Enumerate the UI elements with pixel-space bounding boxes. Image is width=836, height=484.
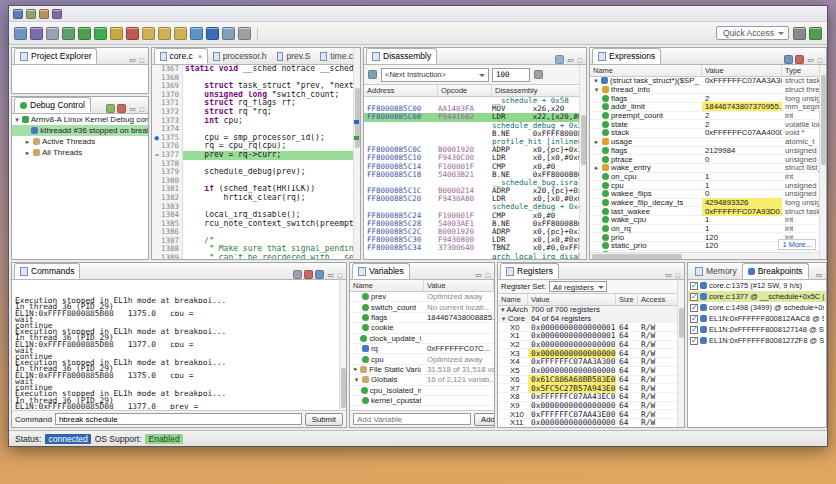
- scroll-thumb[interactable]: [341, 368, 346, 408]
- disassembly-row[interactable]: schedule_debug + 0x40 [inlined]: [364, 203, 579, 211]
- breakpoint-marker-icon[interactable]: [152, 134, 161, 143]
- toolbar-icon[interactable]: [158, 27, 171, 40]
- commands-scrollbar[interactable]: [339, 280, 346, 410]
- code-line[interactable]: 1386: [152, 228, 353, 237]
- code-line[interactable]: 1389 * can't be reordered with __set_cur…: [152, 254, 353, 259]
- disassembly-row[interactable]: FF8000885C30 F9430800 LDR x0,[x0,#0x610]: [364, 236, 579, 244]
- tab-variables[interactable]: Variables: [352, 263, 410, 279]
- editor-body[interactable]: 1367 static void __sched notrace __sched…: [152, 65, 353, 259]
- minimize-icon[interactable]: ▭: [129, 56, 136, 64]
- variable-row[interactable]: prev Optimized away: [350, 292, 494, 302]
- variable-row[interactable]: switch_count No current locati...: [350, 302, 494, 312]
- code-line[interactable]: 1385 rcu_note_context_switch(preempt);: [152, 220, 353, 229]
- disassembly-row[interactable]: FF8000885C0C B0001920 ADRP x0,{pc}+0x323…: [364, 146, 579, 154]
- maximize-icon[interactable]: □: [818, 57, 822, 64]
- expressions-scrollbar[interactable]: [819, 65, 826, 259]
- add-variable-input[interactable]: [353, 413, 471, 425]
- expander-icon[interactable]: ▸: [24, 149, 31, 157]
- command-log[interactable]: Execution stopped in EL1h mode at breakp…: [15, 297, 338, 409]
- terminate-icon[interactable]: [117, 104, 126, 113]
- code-line[interactable]: 1373 int cpu;: [152, 117, 353, 126]
- debug-tree-row[interactable]: ▾ Armv8-A Linux Kernel Debug connected: [12, 114, 148, 125]
- history-icon[interactable]: [368, 70, 377, 79]
- maximize-icon[interactable]: □: [676, 272, 680, 279]
- variable-row[interactable]: rq 0xFFFFFFC07C...: [350, 344, 494, 354]
- remove-expression-icon[interactable]: [795, 55, 804, 64]
- toolbar-icon[interactable]: [190, 27, 203, 40]
- expander-icon[interactable]: ▾: [14, 116, 20, 124]
- code-line[interactable]: 1371 struct rq_flags rf;: [152, 99, 353, 108]
- tab-expressions[interactable]: Expressions: [592, 48, 661, 64]
- perspective-icon[interactable]: [793, 27, 806, 40]
- code-line[interactable]: 1368: [152, 74, 353, 83]
- expander-icon[interactable]: ▾: [501, 306, 505, 314]
- tab-project-explorer[interactable]: Project Explorer: [14, 48, 97, 64]
- code-line[interactable]: 1372 struct rq *rq;: [152, 108, 353, 117]
- tab-commands[interactable]: Commands: [14, 263, 80, 279]
- clear-log-icon[interactable]: [304, 270, 313, 279]
- expander-icon[interactable]: ▾: [593, 77, 599, 85]
- disassembly-row[interactable]: FF8000885C1C B0000214 ADRP x20,{pc}+0x40…: [364, 187, 579, 195]
- variable-row[interactable]: flags 184467438008885...: [350, 313, 494, 323]
- tab-processor-h[interactable]: processor.h: [208, 48, 271, 64]
- tab-memory[interactable]: Memory: [690, 263, 742, 279]
- scroll-lock-icon[interactable]: [315, 270, 324, 279]
- disassembly-row[interactable]: __schedule + 0x58: [364, 97, 579, 105]
- disassembly-row[interactable]: FF8000885C34 37300640 TBNZ x0,#0,0xFFFF8…: [364, 244, 579, 252]
- maximize-icon[interactable]: □: [578, 57, 582, 64]
- disassembly-row[interactable]: FF8000885C10 F9430C00 LDR x0,[x0,#0x60c]: [364, 154, 579, 162]
- tab-debug-control[interactable]: Debug Control: [14, 97, 91, 113]
- minimize-icon[interactable]: ▭: [129, 105, 136, 113]
- titlebar-icon[interactable]: [52, 9, 62, 19]
- code-line[interactable]: 1370 unsigned long *switch_count;: [152, 91, 353, 100]
- add-expression-icon[interactable]: [784, 55, 793, 64]
- titlebar-icon[interactable]: [39, 9, 49, 19]
- titlebar-icon[interactable]: [13, 9, 23, 19]
- minimize-icon[interactable]: ▭: [807, 56, 814, 64]
- scroll-thumb[interactable]: [821, 75, 826, 165]
- minimize-icon[interactable]: ▭: [815, 271, 822, 279]
- scroll-thumb[interactable]: [581, 115, 586, 165]
- instruction-count-input[interactable]: [492, 68, 530, 82]
- code-line[interactable]: 1376 rq = cpu_rq(cpu);: [152, 142, 353, 151]
- variable-row[interactable]: ▸ File Static Variables 31,518 of 31,518…: [350, 365, 494, 375]
- expander-icon[interactable]: ▾: [353, 376, 360, 384]
- minimize-icon[interactable]: ▭: [327, 271, 334, 279]
- more-link[interactable]: 1 More...: [778, 239, 816, 250]
- toolbar-icon[interactable]: [142, 27, 155, 40]
- disassembly-row[interactable]: profile_hit [inlined]: [364, 138, 579, 146]
- toolbar-icon[interactable]: [62, 27, 75, 40]
- code-line[interactable]: 1374: [152, 125, 353, 134]
- code-line[interactable]: 1384 local_irq_disable();: [152, 211, 353, 220]
- scroll-thumb[interactable]: [679, 308, 684, 338]
- breakpoint-row[interactable]: core.c:1375 (#12 SW, 9 h/s): [688, 280, 826, 291]
- debug-tree-row[interactable]: ▸ All Threads: [12, 147, 148, 158]
- toolbar-icon[interactable]: [110, 27, 123, 40]
- maximize-icon[interactable]: □: [140, 57, 144, 64]
- code-line[interactable]: 1383: [152, 203, 353, 212]
- export-log-icon[interactable]: [293, 270, 302, 279]
- disassembly-row[interactable]: FF8000885C18 54003B21 B.NE 0xFF800088626…: [364, 171, 579, 179]
- disassembly-row[interactable]: FF8000885C00 AA1403FA MOV x26,x20: [364, 105, 579, 113]
- expressions-hscrollbar[interactable]: [590, 252, 819, 259]
- code-line[interactable]: 1380: [152, 177, 353, 186]
- breakpoint-checkbox[interactable]: [690, 282, 698, 290]
- code-line[interactable]: 1387 /*: [152, 237, 353, 246]
- toolbar-icon[interactable]: [126, 27, 139, 40]
- disassembly-row[interactable]: arch_local_irq_disable [inlined]: [364, 253, 579, 259]
- disassembly-row[interactable]: B.NE 0xFFFF8000886248: [364, 130, 579, 138]
- disassembly-scrollbar[interactable]: [579, 65, 586, 259]
- disassembly-row[interactable]: schedule_debug + 0x24 [inlined]: [364, 122, 579, 130]
- breakpoint-row[interactable]: core.c:1377 @ __schedule+0x5C (A64) [#14…: [688, 291, 826, 302]
- quick-access-button[interactable]: Quick Access: [716, 26, 789, 40]
- editor-gutter[interactable]: 1389: [152, 254, 183, 259]
- breakpoint-checkbox[interactable]: [690, 326, 698, 334]
- breakpoint-checkbox[interactable]: [690, 315, 698, 323]
- toolbar-icon[interactable]: [206, 27, 219, 40]
- editor-scrollbar[interactable]: [353, 48, 360, 259]
- breakpoint-row[interactable]: EL1N:0xFFFFFF8008127148 @ SyS_init_modu.…: [688, 324, 826, 335]
- disassembly-row[interactable]: FF8000885C28 54003AE1 B.NE 0xFF800088628…: [364, 220, 579, 228]
- breakpoint-row[interactable]: EL1N:0xFFFFFF80081272F8 @ SyS_finit_mod.…: [688, 335, 826, 346]
- breakpoint-row[interactable]: EL1N:0xFFFFFF800812AAC8 @ SyS_delete_m..…: [688, 313, 826, 324]
- add-variable-button[interactable]: Add...: [474, 413, 494, 426]
